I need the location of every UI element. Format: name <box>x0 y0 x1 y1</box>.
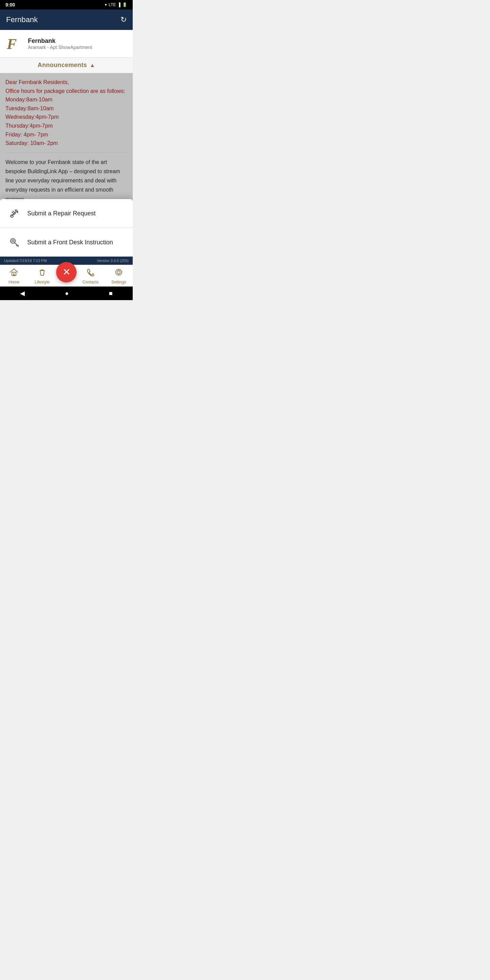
nav-item-lifestyle[interactable]: Lifestyle <box>28 268 56 285</box>
nav-label-home: Home <box>8 280 19 285</box>
announcement-text-1: Dear Fernbank Residents, Office hours fo… <box>5 78 127 148</box>
property-card: F Fernbank Aramark - Apt ShowApartment <box>0 30 133 57</box>
property-subtitle: Aramark - Apt ShowApartment <box>28 45 92 50</box>
version-info: Version 3.4.0 (255) <box>97 259 129 263</box>
property-info: Fernbank Aramark - Apt ShowApartment <box>28 37 92 50</box>
wrench-icon <box>7 206 22 221</box>
frontdesk-instruction-item[interactable]: Submit a Front Desk Instruction <box>0 228 133 256</box>
property-logo: F <box>5 35 23 52</box>
fernbank-logo-svg: F <box>5 35 23 52</box>
nav-item-settings[interactable]: Settings <box>105 268 133 285</box>
nav-label-lifestyle: Lifestyle <box>35 280 50 285</box>
status-bar: 9:00 ▾ LTE ▐ 🔋 <box>0 0 133 10</box>
property-name: Fernbank <box>28 37 92 45</box>
wifi-icon: ▾ <box>105 2 107 7</box>
battery-icon: 🔋 <box>122 2 127 7</box>
refresh-button[interactable]: ↻ <box>121 15 127 24</box>
settings-icon <box>115 268 123 279</box>
home-button[interactable]: ● <box>65 290 69 297</box>
frontdesk-instruction-label: Submit a Front Desk Instruction <box>27 239 113 246</box>
nav-label-settings: Settings <box>111 280 126 285</box>
content-area: Dear Fernbank Residents, Office hours fo… <box>0 73 133 256</box>
close-icon: ✕ <box>63 266 70 278</box>
signal-icon: ▐ <box>118 2 121 7</box>
repair-request-label: Submit a Repair Request <box>27 210 95 217</box>
key-icon <box>7 235 22 250</box>
svg-text:F: F <box>6 36 17 52</box>
repair-request-item[interactable]: Submit a Repair Request <box>0 199 133 228</box>
status-icons: ▾ LTE ▐ 🔋 <box>105 2 127 7</box>
bottom-nav: Home Lifestyle ✕ Contacts S <box>0 265 133 286</box>
svg-point-9 <box>12 240 14 242</box>
announcement-block-1: Dear Fernbank Residents, Office hours fo… <box>5 78 127 153</box>
announcements-header[interactable]: Announcements ▲ <box>0 57 133 73</box>
home-icon <box>10 268 18 279</box>
phone-icon <box>86 268 95 279</box>
app-bar: Fernbank ↻ <box>0 10 133 30</box>
announcements-title: Announcements <box>38 62 87 69</box>
svg-rect-14 <box>13 274 14 275</box>
back-button[interactable]: ◀ <box>20 290 25 297</box>
popup-menu: Submit a Repair Request Submit a Front D… <box>0 199 133 256</box>
lte-label: LTE <box>108 2 116 7</box>
fab-button[interactable]: ✕ <box>56 262 76 282</box>
updated-timestamp: Updated:7/19/19 7:23 PM <box>4 259 47 263</box>
status-time: 9:00 <box>5 2 15 8</box>
nav-item-home[interactable]: Home <box>0 268 28 285</box>
app-bar-title: Fernbank <box>6 15 38 24</box>
lifestyle-icon <box>38 268 47 279</box>
nav-label-contacts: Contacts <box>83 280 99 285</box>
announcement-text-2: Welcome to your Fernbank state of the ar… <box>5 158 127 204</box>
chevron-up-icon: ▲ <box>90 62 95 68</box>
recent-button[interactable]: ■ <box>109 290 113 297</box>
svg-point-15 <box>118 271 120 274</box>
system-nav: ◀ ● ■ <box>0 286 133 300</box>
nav-item-contacts[interactable]: Contacts <box>76 268 105 285</box>
